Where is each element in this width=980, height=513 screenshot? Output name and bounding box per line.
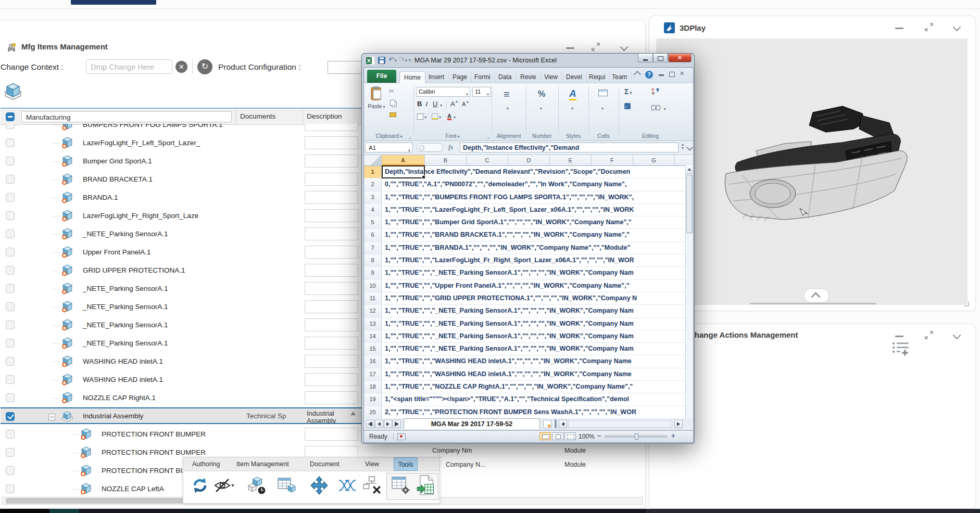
prev-sheet-icon[interactable] <box>375 420 383 428</box>
copy-icon[interactable] <box>390 100 395 106</box>
expand-icon[interactable] <box>591 42 600 52</box>
relations-icon[interactable] <box>337 475 358 496</box>
row-checkbox[interactable] <box>6 266 15 275</box>
select-all-corner[interactable] <box>364 155 382 165</box>
tree-item-label[interactable]: BUMPERS FRONT FOG LAMPS SPORTA.1 <box>83 124 223 134</box>
row-checkbox[interactable] <box>6 466 15 475</box>
change-context-dropzone[interactable]: Drop Change Here <box>86 59 172 74</box>
help-icon[interactable]: ? <box>645 71 653 79</box>
row-number[interactable]: 14 <box>364 330 382 342</box>
tree-item-label[interactable]: BRANDA.1 <box>83 189 118 207</box>
manufacturing-column-header[interactable]: Manufacturing <box>21 111 232 122</box>
number-format-icon[interactable]: % <box>538 89 545 99</box>
description-cell[interactable] <box>305 209 358 222</box>
row-number[interactable]: 17 <box>364 368 382 380</box>
expand-icon[interactable] <box>924 330 934 340</box>
row-checkbox[interactable] <box>6 448 15 457</box>
column-header-b[interactable]: B <box>425 155 467 165</box>
clipboard-dialog-launcher-icon[interactable]: ⌟ <box>409 134 411 139</box>
sheet-row[interactable]: 51,"","TRUE","","Bumper Grid SportA.1","… <box>364 216 686 229</box>
ribbon-tab-formulas[interactable]: Formi <box>470 71 495 83</box>
cut-icon[interactable]: ✂ <box>389 87 394 95</box>
sheet-row[interactable]: 161,"","TRUE","","WASHING HEAD inletA.1"… <box>364 355 686 368</box>
vertical-scrollbar[interactable] <box>685 165 693 418</box>
tree-item-label[interactable]: NOZZLE CAP RightA.1 <box>83 389 156 407</box>
refresh-context-icon[interactable]: ↻ <box>197 59 212 74</box>
row-checkbox[interactable] <box>6 211 15 220</box>
description-cell[interactable] <box>305 173 358 186</box>
row-number[interactable]: 12 <box>364 305 382 317</box>
description-cell[interactable] <box>305 136 358 149</box>
workbook-close-icon[interactable]: ✕ <box>680 70 684 77</box>
table-structure-icon[interactable] <box>278 475 296 496</box>
row-checkbox[interactable] <box>6 357 15 366</box>
hscroll-track[interactable] <box>568 420 672 428</box>
column-header-f[interactable]: F <box>592 155 633 165</box>
workbook-minimize-icon[interactable] <box>659 74 664 76</box>
row-number[interactable]: 20 <box>364 406 382 418</box>
shrink-font-button[interactable]: A <box>462 101 466 107</box>
tree-item-label[interactable]: WASHING HEAD inletA.1 <box>83 353 163 370</box>
row-checkbox[interactable] <box>6 484 15 493</box>
tree-item-label[interactable]: _NETE_Parking SensorA.1 <box>83 225 168 243</box>
description-cell[interactable] <box>305 191 358 204</box>
sheet-row[interactable]: 181,"","TRUE","","NOZZLE CAP RightA.1","… <box>364 381 686 393</box>
expand-formula-bar-icon[interactable] <box>686 144 693 151</box>
expand-icon[interactable] <box>924 22 934 32</box>
zoom-in-icon[interactable]: + <box>671 432 675 440</box>
file-tab[interactable]: File <box>367 70 396 83</box>
vertical-scroll-thumb[interactable] <box>686 175 693 233</box>
workbook-restore-icon[interactable] <box>669 72 675 77</box>
row-number[interactable]: 7 <box>364 242 382 254</box>
3d-viewport[interactable] <box>656 39 968 305</box>
move-icon[interactable] <box>310 475 329 496</box>
next-sheet-icon[interactable] <box>384 420 392 428</box>
row-number[interactable]: 11 <box>364 292 382 304</box>
page-break-view-icon[interactable] <box>564 432 576 440</box>
sheet-row[interactable]: 91,"","TRUE","","_NETE_Parking SensorA.1… <box>364 267 686 279</box>
description-cell[interactable] <box>305 318 358 331</box>
macro-record-icon[interactable] <box>397 433 406 440</box>
row-number[interactable]: 4 <box>364 204 382 216</box>
ribbon-tab-data[interactable]: Data <box>494 71 516 83</box>
row-checkbox[interactable] <box>6 320 15 329</box>
description-cell[interactable] <box>305 337 358 350</box>
ribbon-collapse-icon[interactable] <box>634 71 641 78</box>
window-restore-button[interactable] <box>653 54 668 62</box>
row-number[interactable]: 2 <box>364 178 382 190</box>
row-number[interactable]: 3 <box>364 191 382 203</box>
normal-view-icon[interactable] <box>539 432 551 440</box>
collapse-chevron-icon[interactable] <box>953 331 961 340</box>
hide-show-icon[interactable] <box>213 475 234 496</box>
row-number[interactable]: 1 <box>364 166 382 178</box>
borders-icon[interactable] <box>417 113 423 120</box>
row-checkbox[interactable] <box>6 229 15 238</box>
collapse-chevron-icon[interactable] <box>953 23 961 32</box>
split-structure-icon[interactable] <box>362 475 381 496</box>
tree-item-label[interactable]: PROTECTION FRONT BUMPER <box>102 426 206 443</box>
row-number[interactable]: 18 <box>364 381 382 393</box>
sheet-row[interactable]: 61,"","TRUE","","BRAND BRACKETA.1","",""… <box>364 229 686 241</box>
italic-button[interactable]: I <box>425 100 428 108</box>
refresh-icon[interactable] <box>191 475 209 496</box>
tree-item-label[interactable]: BRAND BRACKETA.1 <box>83 171 153 188</box>
minimize-icon[interactable] <box>566 47 574 49</box>
sheet-row[interactable]: 121,"","TRUE","","_NETE_Parking SensorA.… <box>364 305 686 317</box>
row-checkbox[interactable] <box>6 175 15 184</box>
collapse-viewport-icon[interactable] <box>804 288 829 303</box>
last-sheet-icon[interactable] <box>393 420 401 428</box>
description-cell[interactable] <box>305 300 358 313</box>
tree-item-label[interactable]: _NETE_Parking SensorA.1 <box>83 335 168 352</box>
sheet-row[interactable]: 101,"","TRUE","","Upper Front PanelA.1",… <box>364 280 686 292</box>
ribbon-tab-developer[interactable]: Devel <box>562 71 587 83</box>
formula-bar-scroll-icons[interactable]: ▴▾ <box>682 143 684 150</box>
description-cell[interactable] <box>305 282 358 295</box>
export-csv-icon[interactable] <box>417 475 435 496</box>
redo-icon[interactable]: ↷ <box>399 56 405 63</box>
description-cell[interactable] <box>305 391 358 404</box>
collapse-expander-icon[interactable] <box>48 414 55 420</box>
sheet-row[interactable]: 81,"","TRUE","","LazerFogLight_Fr_Right_… <box>364 254 686 267</box>
cells-icon[interactable] <box>598 89 608 96</box>
insert-sheet-icon[interactable] <box>543 420 551 428</box>
description-cell[interactable] <box>305 428 358 441</box>
